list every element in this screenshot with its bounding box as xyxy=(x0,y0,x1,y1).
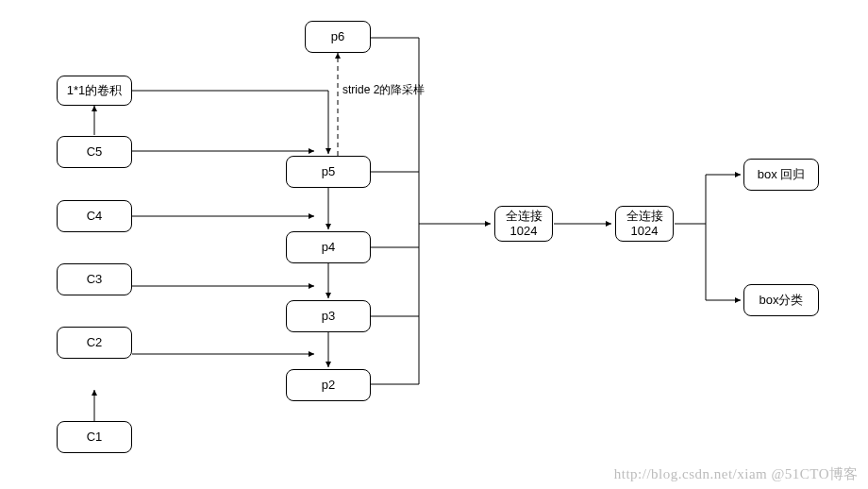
node-p5: p5 xyxy=(286,156,371,188)
node-label: 全连接 1024 xyxy=(626,209,663,238)
node-fc1: 全连接 1024 xyxy=(494,206,553,242)
node-label: C4 xyxy=(87,209,103,224)
label-stride2: stride 2的降采样 xyxy=(342,82,425,98)
node-p4: p4 xyxy=(286,231,371,263)
node-label: box 回归 xyxy=(758,167,806,182)
node-c2: C2 xyxy=(57,327,132,359)
node-label: p3 xyxy=(322,309,335,324)
node-box-classification: box分类 xyxy=(743,284,819,316)
node-label: p6 xyxy=(331,29,344,44)
node-label: 全连接 1024 xyxy=(506,209,542,238)
node-box-regression: box 回归 xyxy=(743,159,819,191)
node-label: p2 xyxy=(322,378,335,393)
arrow-layer xyxy=(0,0,868,489)
node-c4: C4 xyxy=(57,200,132,232)
node-label: p4 xyxy=(322,240,335,255)
node-conv-1x1: 1*1的卷积 xyxy=(57,76,132,106)
node-c5: C5 xyxy=(57,136,132,168)
watermark-text: http://blog.csdn.net/xiam @51CTO博客 xyxy=(614,465,859,483)
node-p3: p3 xyxy=(286,300,371,332)
node-p6: p6 xyxy=(305,21,371,53)
node-label: C2 xyxy=(87,335,103,350)
node-label: C5 xyxy=(87,144,103,160)
node-p2: p2 xyxy=(286,369,371,401)
node-label: C1 xyxy=(87,430,103,445)
node-label: box分类 xyxy=(760,293,804,308)
node-label: 1*1的卷积 xyxy=(67,83,123,98)
node-label: C3 xyxy=(87,272,103,287)
node-fc2: 全连接 1024 xyxy=(615,206,674,242)
node-c1: C1 xyxy=(57,421,132,453)
node-c3: C3 xyxy=(57,263,132,295)
node-label: p5 xyxy=(322,164,335,179)
